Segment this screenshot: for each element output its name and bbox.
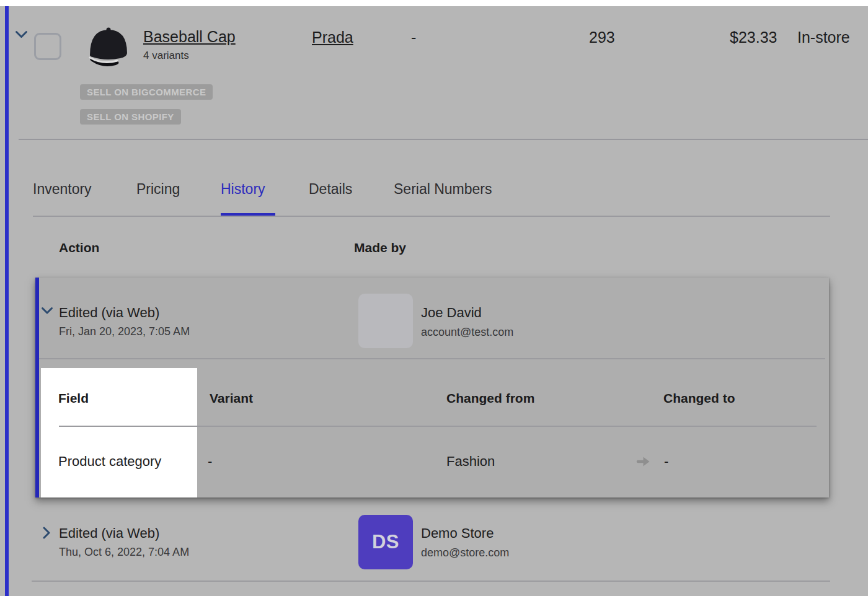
entry2-action-title[interactable]: Edited (via Web) (59, 525, 159, 541)
entry2-avatar: DS (358, 515, 413, 569)
changed-to-column-header: Changed to (663, 391, 735, 406)
entry2-divider (32, 581, 830, 582)
entry1-user-name: Joe David (421, 305, 482, 321)
entry1-action-title[interactable]: Edited (via Web) (59, 305, 159, 321)
badge-sell-on-shopify: SELL ON SHOPIFY (80, 109, 181, 125)
field-column-header: Field (58, 391, 89, 406)
field-table-divider (59, 426, 817, 427)
top-white-strip (0, 0, 868, 6)
product-row-checkbox[interactable] (34, 33, 61, 60)
product-price: $23.33 (730, 28, 777, 46)
entry1-divider (39, 358, 825, 359)
tab-serial-numbers[interactable]: Serial Numbers (394, 181, 492, 198)
change-arrow-icon (636, 456, 651, 470)
product-variants-count: 4 variants (143, 50, 189, 62)
change-row-field: Product category (58, 454, 161, 470)
badge-sell-on-bigcommerce: SELL ON BIGCOMMERCE (80, 84, 213, 100)
product-quantity: 293 (589, 28, 615, 46)
product-thumbnail-cap-image (84, 22, 133, 71)
product-row-divider (19, 139, 868, 140)
entry2-user-name: Demo Store (421, 525, 494, 541)
product-empty-column-value: - (411, 28, 416, 46)
tabs-divider (33, 216, 830, 217)
product-name-link[interactable]: Baseball Cap (143, 28, 236, 46)
brand-link[interactable]: Prada (312, 28, 353, 46)
entry2-user-email: demo@store.com (421, 546, 509, 559)
history-column-action: Action (59, 240, 99, 255)
entry1-collapse-chevron-icon[interactable] (41, 306, 53, 317)
product-history-screen: Baseball Cap 4 variants Prada - 293 $23.… (0, 0, 868, 596)
left-accent-bar (5, 6, 9, 596)
tab-details[interactable]: Details (309, 181, 352, 198)
tab-history[interactable]: History (221, 181, 265, 198)
product-row-collapse-chevron-icon[interactable] (15, 30, 28, 42)
tab-inventory[interactable]: Inventory (33, 181, 92, 198)
entry1-user-email: account@test.com (421, 326, 513, 339)
change-row-variant: - (208, 454, 212, 470)
variant-column-header: Variant (210, 391, 253, 406)
entry1-timestamp: Fri, Jan 20, 2023, 7:05 AM (59, 325, 190, 338)
change-row-from-value: Fashion (446, 454, 495, 470)
product-channel: In-store (797, 28, 850, 46)
entry1-avatar (358, 294, 413, 348)
history-column-made-by: Made by (354, 240, 406, 255)
entry2-expand-chevron-icon[interactable] (42, 526, 51, 542)
tab-pricing[interactable]: Pricing (136, 181, 180, 198)
change-row-to-value: - (664, 454, 668, 470)
entry2-timestamp: Thu, Oct 6, 2022, 7:04 AM (59, 546, 189, 559)
changed-from-column-header: Changed from (446, 391, 534, 406)
spotlight-highlight (41, 368, 197, 497)
